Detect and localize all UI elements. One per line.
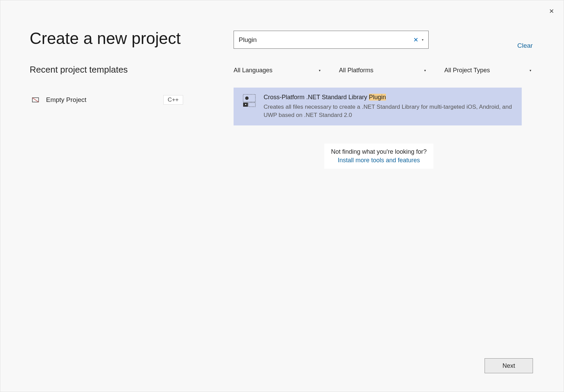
recent-templates-title: Recent project templates bbox=[30, 64, 128, 75]
chevron-down-icon: ▾ bbox=[319, 69, 321, 72]
search-input[interactable] bbox=[239, 36, 413, 44]
filters-row: All Languages ▾ All Platforms ▾ All Proj… bbox=[234, 65, 533, 76]
filter-language[interactable]: All Languages ▾ bbox=[234, 65, 321, 76]
not-finding-text: Not finding what you're looking for? bbox=[328, 148, 430, 155]
template-body: Cross-Platform .NET Standard Library Plu… bbox=[264, 94, 513, 119]
svg-point-3 bbox=[245, 96, 249, 100]
next-button[interactable]: Next bbox=[485, 358, 533, 373]
empty-project-icon bbox=[32, 96, 39, 104]
templates-list: Cross-Platform .NET Standard Library Plu… bbox=[234, 88, 522, 125]
filter-platform[interactable]: All Platforms ▾ bbox=[339, 65, 426, 76]
svg-rect-5 bbox=[245, 104, 246, 105]
chevron-down-icon: ▾ bbox=[424, 69, 426, 72]
plugin-library-icon bbox=[242, 94, 256, 107]
close-button[interactable]: ✕ bbox=[547, 6, 556, 16]
not-finding-panel: Not finding what you're looking for? Ins… bbox=[324, 144, 433, 169]
search-clear-icon[interactable]: ✕ bbox=[413, 36, 418, 44]
close-icon: ✕ bbox=[549, 7, 554, 15]
template-title-highlight: Plugin bbox=[369, 94, 386, 101]
template-description: Creates all files necessary to create a … bbox=[264, 103, 513, 119]
template-title: Cross-Platform .NET Standard Library Plu… bbox=[264, 94, 513, 101]
filter-platform-label: All Platforms bbox=[339, 67, 373, 74]
filter-project-type[interactable]: All Project Types ▾ bbox=[444, 65, 531, 76]
filter-language-label: All Languages bbox=[234, 67, 272, 74]
svg-rect-2 bbox=[243, 94, 255, 102]
install-features-link[interactable]: Install more tools and features bbox=[338, 157, 420, 164]
next-button-label: Next bbox=[502, 362, 515, 370]
svg-rect-6 bbox=[249, 103, 255, 107]
filter-type-label: All Project Types bbox=[444, 67, 490, 74]
clear-link[interactable]: Clear bbox=[517, 42, 533, 49]
recent-template-language: C++ bbox=[163, 95, 183, 105]
template-title-prefix: Cross-Platform .NET Standard Library bbox=[264, 94, 369, 101]
search-box[interactable]: ✕ ▾ bbox=[234, 31, 429, 49]
chevron-down-icon: ▾ bbox=[530, 69, 531, 72]
recent-template-name: Empty Project bbox=[46, 96, 163, 104]
recent-templates-list: Empty Project C++ bbox=[32, 92, 178, 107]
search-dropdown-icon[interactable]: ▾ bbox=[422, 38, 424, 42]
template-item[interactable]: Cross-Platform .NET Standard Library Plu… bbox=[234, 88, 522, 125]
page-title: Create a new project bbox=[30, 29, 181, 48]
recent-template-item[interactable]: Empty Project C++ bbox=[32, 92, 178, 107]
svg-line-1 bbox=[32, 98, 39, 102]
